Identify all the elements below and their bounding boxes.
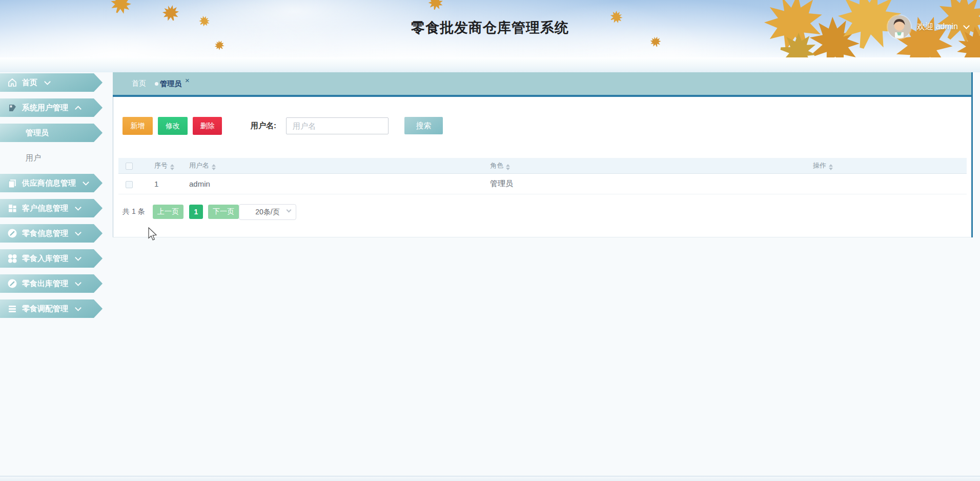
add-button[interactable]: 新增 <box>122 117 153 135</box>
sidebar: 首页 系统用户管理 管理员 用户 供应商信息管理 客户信息管理 零食信息管理 <box>0 73 108 318</box>
current-page-button[interactable]: 1 <box>189 205 203 219</box>
maple-leaf-icon <box>427 0 445 11</box>
chevron-down-icon <box>75 204 81 211</box>
snack-info-icon <box>7 228 17 238</box>
inbound-icon <box>7 253 17 264</box>
allocation-icon <box>7 304 17 314</box>
chevron-down-icon <box>75 229 81 236</box>
total-count: 共 1 条 <box>122 207 145 216</box>
toolbar: 新增 修改 删除 用户名: 搜索 <box>113 117 971 135</box>
table-header-row: 序号 用户名 角色 操作 <box>118 158 967 173</box>
chevron-down-icon <box>44 78 51 85</box>
chevron-down-icon <box>75 305 81 311</box>
username-input[interactable] <box>286 117 389 134</box>
sidebar-item-user[interactable]: 用户 <box>0 149 103 167</box>
tab-bar: 首页 管理员 × <box>113 72 971 95</box>
page-title: 零食批发商仓库管理系统 <box>411 18 569 37</box>
cell-actions <box>806 173 967 194</box>
next-page-button[interactable]: 下一页 <box>208 205 239 219</box>
home-icon <box>7 77 17 88</box>
col-actions[interactable]: 操作 <box>806 158 967 173</box>
footer-strip <box>0 476 980 481</box>
maple-leaf-icon <box>159 2 182 24</box>
sidebar-item-allocation[interactable]: 零食调配管理 <box>0 299 103 318</box>
sidebar-item-snack-info[interactable]: 零食信息管理 <box>0 224 103 243</box>
maple-leaf-icon <box>608 8 626 26</box>
chevron-down-icon <box>83 179 89 186</box>
maple-leaf-icon <box>197 13 213 29</box>
sidebar-item-home[interactable]: 首页 <box>0 73 103 92</box>
page-size-select[interactable]: 20条/页 <box>239 204 296 220</box>
chevron-up-icon <box>75 106 81 112</box>
delete-button[interactable]: 删除 <box>193 117 222 135</box>
content-panel: 新增 修改 删除 用户名: 搜索 序号 用户名 角色 操作 1 <box>113 97 971 237</box>
sort-icon[interactable] <box>829 164 833 170</box>
supplier-icon <box>7 178 17 188</box>
panel-right-border <box>971 72 973 237</box>
cell-username: admin <box>182 173 483 194</box>
search-button[interactable]: 搜索 <box>404 117 443 134</box>
active-tab-dot <box>155 82 158 86</box>
sidebar-item-customer[interactable]: 客户信息管理 <box>0 199 103 217</box>
table-row[interactable]: 1 admin 管理员 <box>118 173 967 194</box>
sidebar-item-inbound[interactable]: 零食入库管理 <box>0 249 103 268</box>
sort-icon[interactable] <box>170 164 174 170</box>
row-checkbox[interactable] <box>126 181 133 188</box>
tab-admin-active[interactable]: 管理员 × <box>155 78 190 89</box>
user-manage-icon <box>7 103 17 113</box>
cell-role: 管理员 <box>483 173 806 194</box>
tab-home[interactable]: 首页 <box>132 79 146 88</box>
chevron-down-icon[interactable] <box>963 23 970 29</box>
prev-page-button[interactable]: 上一页 <box>153 205 183 219</box>
sidebar-item-admin-active[interactable]: 管理员 <box>0 124 103 142</box>
select-all-checkbox[interactable] <box>126 163 133 170</box>
username-label: 用户名: <box>251 121 276 131</box>
welcome-text: 欢迎 admin <box>917 22 958 32</box>
page: 零食批发商仓库管理系统 欢迎 admin 首页 系 <box>0 0 980 481</box>
sort-icon[interactable] <box>212 164 216 170</box>
chevron-down-icon <box>287 208 292 213</box>
pagination: 共 1 条 上一页 1 下一页 20条/页 <box>113 204 971 219</box>
avatar[interactable] <box>888 15 911 38</box>
edit-button[interactable]: 修改 <box>158 117 188 135</box>
sort-icon[interactable] <box>506 164 510 170</box>
col-username[interactable]: 用户名 <box>182 158 483 173</box>
col-index[interactable]: 序号 <box>147 158 182 173</box>
sidebar-item-system-users[interactable]: 系统用户管理 <box>0 98 103 117</box>
subheader-strip <box>0 57 980 72</box>
user-area[interactable]: 欢迎 admin <box>888 14 969 39</box>
sidebar-item-supplier[interactable]: 供应商信息管理 <box>0 174 103 192</box>
outbound-icon <box>7 278 17 289</box>
chevron-down-icon <box>75 254 81 261</box>
tab-close-icon[interactable]: × <box>185 77 190 84</box>
cell-index: 1 <box>147 173 182 194</box>
customer-icon <box>7 203 17 213</box>
maple-leaf-icon <box>649 35 663 49</box>
header-banner: 零食批发商仓库管理系统 欢迎 admin <box>0 0 980 57</box>
maple-leaf-icon <box>107 0 135 18</box>
user-table: 序号 用户名 角色 操作 1 admin 管理员 <box>118 158 967 194</box>
maple-leaf-icon <box>212 38 227 52</box>
sidebar-item-outbound[interactable]: 零食出库管理 <box>0 274 103 293</box>
chevron-down-icon <box>75 279 81 286</box>
col-role[interactable]: 角色 <box>483 158 806 173</box>
